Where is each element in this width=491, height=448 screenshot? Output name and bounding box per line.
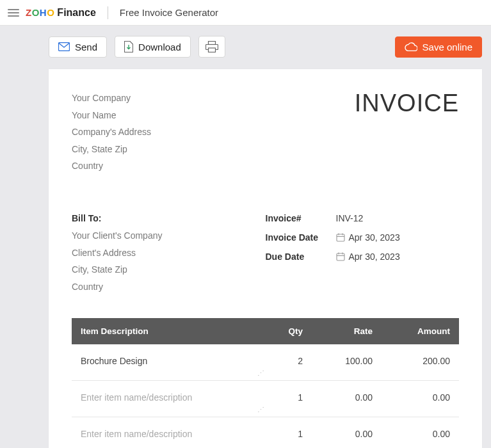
page-subtitle: Free Invoice Generator: [120, 7, 218, 18]
th-rate: Rate: [312, 318, 382, 344]
th-amount: Amount: [382, 318, 459, 344]
resize-handle-icon: ⋰: [257, 406, 264, 414]
item-amount-cell: 200.00: [382, 344, 459, 381]
invoice-number-value[interactable]: INV-12: [336, 213, 364, 223]
calendar-icon: [336, 252, 345, 261]
invoice-number-label: Invoice#: [266, 213, 336, 223]
item-rate-cell[interactable]: 100.00: [312, 344, 382, 381]
items-table: Item Description Qty Rate Amount Brochur…: [72, 318, 459, 448]
download-label: Download: [138, 42, 181, 52]
invoice-card: Your Company Your Name Company's Address…: [49, 69, 482, 448]
bill-line: Your Client's Company: [72, 227, 266, 244]
brand: ZOHO Finance: [26, 7, 96, 19]
item-rate-cell[interactable]: 0.00: [312, 417, 382, 448]
table-row: Brochure Design⋰2100.00200.00: [72, 344, 459, 381]
brand-finance: Finance: [57, 7, 95, 19]
item-desc-cell[interactable]: Brochure Design⋰: [72, 344, 266, 381]
svg-rect-5: [337, 253, 344, 260]
download-icon: [124, 41, 133, 52]
item-qty-cell[interactable]: 1: [266, 417, 312, 448]
mail-icon: [58, 42, 70, 51]
item-amount-cell: 0.00: [382, 381, 459, 417]
th-description: Item Description: [72, 318, 266, 344]
svg-rect-4: [337, 234, 344, 241]
item-desc-cell[interactable]: Enter item name/description: [72, 417, 266, 448]
item-rate-cell[interactable]: 0.00: [312, 381, 382, 417]
svg-rect-1: [208, 42, 215, 45]
invoice-meta: Invoice# INV-12 Invoice Date Apr 30, 202…: [266, 213, 460, 295]
menu-icon[interactable]: [8, 9, 19, 17]
company-line: Your Company: [72, 90, 151, 107]
svg-rect-3: [208, 48, 215, 52]
item-qty-cell[interactable]: 2: [266, 344, 312, 381]
save-online-button[interactable]: Save online: [395, 36, 482, 58]
cloud-icon: [405, 42, 417, 51]
divider: [108, 6, 108, 19]
items-tbody: Brochure Design⋰2100.00200.00Enter item …: [72, 344, 459, 448]
topbar: ZOHO Finance Free Invoice Generator: [0, 0, 491, 26]
invoice-date-label: Invoice Date: [266, 232, 336, 243]
invoice-date-value[interactable]: Apr 30, 2023: [336, 232, 400, 243]
send-label: Send: [75, 42, 97, 52]
send-button[interactable]: Send: [49, 36, 107, 58]
due-date-label: Due Date: [266, 252, 336, 262]
toolbar: Send Download Save online: [49, 36, 482, 58]
print-icon: [205, 41, 218, 52]
due-date-value[interactable]: Apr 30, 2023: [336, 252, 400, 262]
th-qty: Qty: [266, 318, 312, 344]
company-line: Company's Address: [72, 124, 151, 141]
print-button[interactable]: [198, 36, 225, 58]
invoice-title: INVOICE: [355, 90, 459, 117]
save-label: Save online: [423, 42, 472, 52]
bill-to-label: Bill To:: [72, 213, 266, 223]
company-line: Your Name: [72, 107, 151, 124]
item-desc-cell[interactable]: Enter item name/description⋰: [72, 381, 266, 417]
company-line: Country: [72, 157, 151, 175]
bill-to-block[interactable]: Bill To: Your Client's Company Client's …: [72, 213, 266, 295]
download-button[interactable]: Download: [115, 36, 191, 58]
calendar-icon: [336, 233, 345, 242]
bill-line: City, State Zip: [72, 261, 266, 278]
bill-line: Client's Address: [72, 244, 266, 262]
bill-line: Country: [72, 278, 266, 296]
resize-handle-icon: ⋰: [257, 369, 264, 378]
company-line: City, State Zip: [72, 141, 151, 158]
company-block[interactable]: Your Company Your Name Company's Address…: [72, 90, 151, 175]
table-row: Enter item name/description⋰10.000.00: [72, 381, 459, 417]
table-row: Enter item name/description10.000.00: [72, 417, 459, 448]
item-qty-cell[interactable]: 1: [266, 381, 312, 417]
item-amount-cell: 0.00: [382, 417, 459, 448]
